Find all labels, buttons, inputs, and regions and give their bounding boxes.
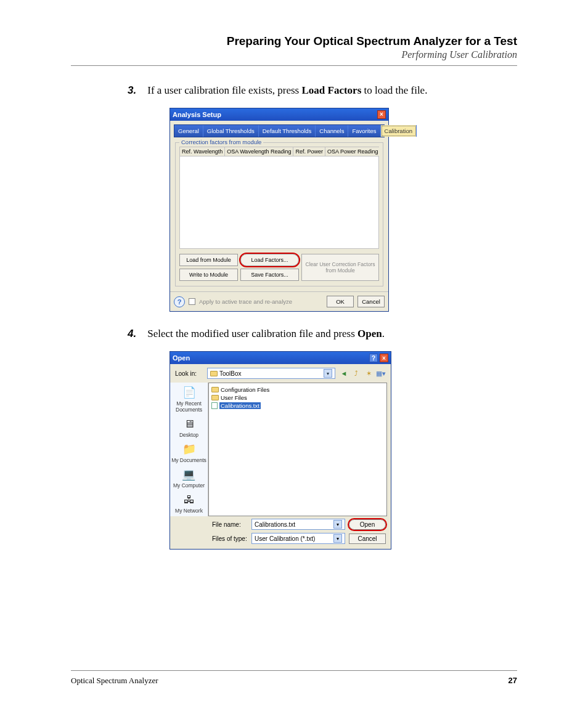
computer-icon: 💻 (180, 467, 197, 482)
back-icon[interactable]: ◄ (339, 368, 349, 378)
list-item[interactable]: Configuration Files (211, 386, 384, 394)
documents-icon: 📁 (181, 442, 198, 456)
help-icon[interactable]: ? (174, 296, 185, 307)
places-bar: 📄My Recent Documents 🖥Desktop 📁My Docume… (170, 383, 208, 516)
list-item-selected[interactable]: Calibrations.txt (211, 402, 384, 410)
analysis-setup-dialog: Analysis Setup × General Global Threshol… (169, 108, 389, 312)
file-list[interactable]: Configuration Files User Files Calibrati… (208, 383, 387, 516)
step-3: 3. If a user calibration file exists, pr… (145, 84, 517, 97)
close-icon[interactable]: × (380, 354, 388, 362)
filename-label: File name: (212, 521, 248, 528)
folder-icon (211, 395, 219, 400)
tab-default-thresholds[interactable]: Default Thresholds (259, 125, 316, 137)
filename-value: Calibrations.txt (255, 521, 295, 528)
table-body-empty (179, 156, 379, 249)
footer-left: Optical Spectrum Analyzer (71, 676, 158, 686)
write-to-module-button[interactable]: Write to Module (179, 269, 238, 281)
place-desktop-label: Desktop (179, 432, 198, 438)
close-icon[interactable]: × (377, 110, 386, 119)
dialog-title: Analysis Setup (173, 111, 221, 118)
save-factors-button[interactable]: Save Factors... (240, 269, 299, 281)
page-footer: Optical Spectrum Analyzer 27 (71, 670, 517, 686)
new-folder-icon[interactable]: ✶ (364, 368, 374, 378)
step-4-text-pre: Select the modified user calibration fil… (147, 328, 357, 339)
desktop-icon: 🖥 (181, 416, 198, 431)
step-3-bold: Load Factors (301, 84, 361, 96)
page-header-subtitle: Performing User Calibration (71, 49, 517, 60)
correction-factors-group: Correction factors from module Ref. Wave… (175, 142, 383, 286)
col-osa-wavelength[interactable]: OSA Wavelength Reading (225, 147, 293, 156)
network-icon: 🖧 (181, 492, 198, 507)
chevron-down-icon[interactable]: ▾ (333, 534, 342, 543)
filetype-label: Files of type: (212, 535, 248, 542)
tab-channels[interactable]: Channels (316, 125, 348, 137)
col-ref-wavelength[interactable]: Ref. Wavelength (180, 147, 225, 156)
col-ref-power[interactable]: Ref. Power (293, 147, 325, 156)
apply-checkbox[interactable] (189, 298, 195, 305)
open-titlebar[interactable]: Open ? × (170, 352, 391, 364)
cancel-button[interactable]: Cancel (349, 533, 386, 544)
header-rule (71, 65, 517, 66)
load-factors-button[interactable]: Load Factors... (240, 254, 299, 266)
chevron-down-icon[interactable]: ▾ (324, 369, 332, 378)
group-label: Correction factors from module (179, 139, 263, 145)
apply-checkbox-label: Apply to active trace and re-analyze (199, 298, 323, 305)
lookin-combo[interactable]: ToolBox ▾ (207, 368, 335, 379)
table-header-row: Ref. Wavelength OSA Wavelength Reading R… (179, 147, 379, 156)
page-number: 27 (508, 676, 517, 686)
step-4-number: 4. (128, 328, 145, 340)
clear-factors-button[interactable]: Clear User Correction Factors from Modul… (301, 254, 379, 281)
place-documents[interactable]: 📁My Documents (171, 442, 206, 463)
views-icon[interactable]: ▦▾ (376, 368, 386, 378)
tab-favorites[interactable]: Favorites (348, 125, 380, 137)
col-osa-power[interactable]: OSA Power Reading (325, 147, 380, 156)
tab-global-thresholds[interactable]: Global Thresholds (203, 125, 259, 137)
up-folder-icon[interactable]: ⤴ (351, 368, 361, 378)
place-computer-label: My Computer (173, 482, 205, 489)
step-3-number: 3. (128, 84, 145, 97)
recent-icon: 📄 (181, 385, 198, 400)
place-recent[interactable]: 📄My Recent Documents (171, 385, 206, 413)
lookin-label: Look in: (175, 370, 203, 377)
dialog-footer: ? Apply to active trace and re-analyze O… (170, 291, 388, 311)
load-from-module-button[interactable]: Load from Module (179, 254, 238, 266)
place-network[interactable]: 🖧My Network (175, 492, 203, 514)
cancel-button[interactable]: Cancel (357, 296, 385, 307)
open-button[interactable]: Open (349, 519, 386, 530)
filetype-value: User Calibration (*.txt) (255, 535, 315, 542)
place-desktop[interactable]: 🖥Desktop (179, 416, 198, 438)
lookin-value: ToolBox (219, 370, 242, 377)
place-recent-label: My Recent Documents (176, 400, 202, 413)
dialog-titlebar[interactable]: Analysis Setup × (170, 108, 388, 121)
help-button-icon[interactable]: ? (369, 354, 378, 362)
open-title: Open (173, 354, 190, 362)
chevron-down-icon[interactable]: ▾ (333, 520, 342, 529)
filetype-combo[interactable]: User Calibration (*.txt)▾ (251, 533, 345, 544)
folder-icon (210, 371, 218, 376)
step-3-text-post: to load the file. (361, 84, 427, 96)
place-documents-label: My Documents (171, 457, 206, 463)
file-name: User Files (221, 394, 247, 401)
step-4-text-post: . (382, 328, 385, 339)
step-3-text-pre: If a user calibration file exists, press (147, 84, 301, 96)
file-icon (211, 402, 218, 409)
step-4: 4. Select the modified user calibration … (145, 328, 517, 340)
place-computer[interactable]: 💻My Computer (173, 467, 205, 489)
file-name: Configuration Files (221, 386, 269, 393)
tab-strip: General Global Thresholds Default Thresh… (174, 124, 385, 137)
folder-icon (211, 387, 219, 392)
step-4-bold: Open (357, 328, 382, 339)
place-network-label: My Network (175, 508, 203, 514)
file-name: Calibrations.txt (219, 402, 261, 409)
tab-general[interactable]: General (174, 125, 203, 137)
open-file-dialog: Open ? × Look in: ToolBox ▾ ◄ ⤴ ✶ ▦▾ 📄My… (169, 351, 391, 550)
tab-calibration[interactable]: Calibration (381, 125, 417, 137)
list-item[interactable]: User Files (211, 394, 384, 402)
ok-button[interactable]: OK (327, 296, 354, 307)
page-header-title: Preparing Your Optical Spectrum Analyzer… (71, 34, 517, 48)
filename-input[interactable]: Calibrations.txt▾ (251, 519, 345, 530)
